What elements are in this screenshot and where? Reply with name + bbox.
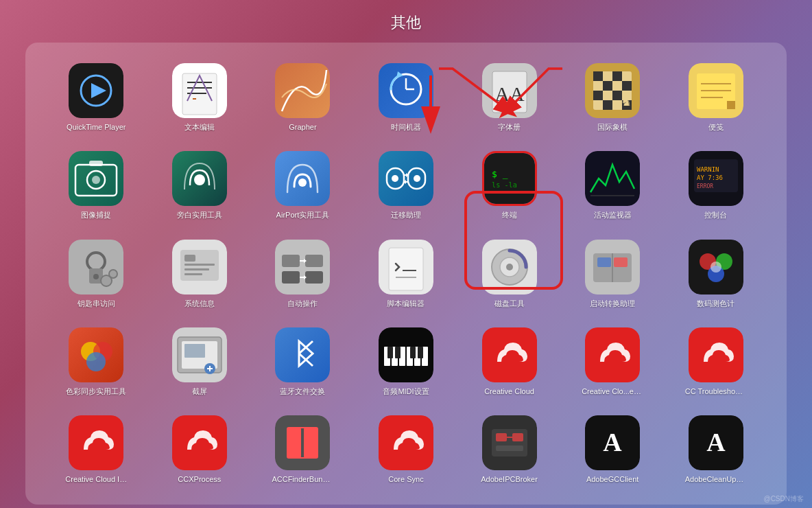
app-item-creativecloud[interactable]: Creative Cloud [459,323,560,400]
app-label-ccxprocess: CCXProcess [178,474,221,484]
app-icon-timemachine [379,63,433,118]
app-label-creativecloud: Creative Cloud [484,386,534,396]
app-label-grapher: Grapher [289,122,316,132]
app-label-imagecapture: 图像捕捉 [81,210,111,220]
svg-rect-109 [184,344,205,358]
app-label-migration: 迁移助理 [391,210,421,220]
svg-rect-71 [184,255,195,262]
app-item-keychain[interactable]: 钥匙串访问 [46,235,147,312]
app-label-bluetooth: 蓝牙文件交换 [280,386,325,396]
app-label-colorsync: 色彩同步实用工具 [66,386,126,396]
app-item-midi[interactable]: 音频MIDI设置 [356,323,457,400]
svg-rect-25 [593,91,603,100]
app-item-fontbook[interactable]: AAa字体册 [459,59,560,136]
app-item-terminal[interactable]: $ _ls -la终端 [459,147,560,224]
app-item-adobegc[interactable]: AAdobeGCClient [562,411,663,488]
svg-point-41 [194,174,205,185]
app-item-bluetooth[interactable]: 蓝牙文件交换 [252,323,353,400]
svg-text:A: A [603,428,622,457]
app-item-systeminfo[interactable]: 系统信息 [150,235,250,312]
app-icon-bluetooth [275,327,330,382]
app-label-digitalcolor: 数码测色计 [697,299,735,308]
svg-text:$ _: $ _ [492,169,508,179]
app-item-activitymonitor[interactable]: 活动监视器 [562,147,663,224]
app-label-fontbook: 字体册 [498,122,521,132]
app-item-diskutil[interactable]: 磁盘工具 [459,235,560,312]
app-icon-screenshot [172,327,227,382]
app-label-adobegc: AdobeGCClient [586,474,638,484]
app-item-coresync[interactable]: Core Sync [356,411,457,488]
app-item-imagecapture[interactable]: 图像捕捉 [46,147,147,224]
app-item-automator[interactable]: 自动操作 [252,235,353,312]
app-icon-quicktime [69,63,123,118]
app-item-timemachine[interactable]: 时间机器 [356,59,457,136]
app-icon-creativeclouddesktop [585,327,640,382]
svg-point-101 [710,262,721,273]
svg-rect-132 [304,428,318,458]
app-item-ccinstaller[interactable]: Creative Cloud Installer [46,411,147,488]
apps-grid: QuickTime Player文本编辑Grapher时间机器AAa字体册♞国际… [46,59,766,488]
svg-rect-130 [275,415,330,470]
app-label-timemachine: 时间机器 [391,122,421,132]
app-icon-ccinstaller [69,415,123,470]
app-label-scripteditor: 脚本编辑器 [387,299,425,308]
app-label-chess: 国际象棋 [597,122,628,132]
app-label-creativeclouddesktop: Creative Clo...esktop App [582,386,643,396]
app-icon-adobebroker [482,415,537,470]
app-icon-systeminfo [172,240,227,295]
svg-rect-75 [275,240,330,295]
svg-rect-27 [603,100,612,110]
svg-point-43 [298,178,307,187]
app-item-quicktime[interactable]: QuickTime Player [46,59,147,136]
svg-point-48 [414,175,420,182]
app-icon-creativecloud [482,327,537,382]
app-icon-airport [275,151,330,206]
svg-rect-95 [614,257,628,267]
svg-text:ERROR: ERROR [697,183,713,189]
app-label-console: 控制台 [704,210,727,220]
app-item-adobeclean[interactable]: AAdobeCleanUpUtility [665,411,766,488]
app-item-ccxprocess[interactable]: CCXProcess [150,411,250,488]
launchpad-container: QuickTime Player文本编辑Grapher时间机器AAa字体册♞国际… [25,43,787,505]
app-item-console[interactable]: WARNINAY 7:36ERROR控制台 [665,147,766,224]
app-icon-fontbook: AAa [482,63,537,118]
app-item-bootcamp[interactable]: 启动转换助理 [562,235,663,312]
app-icon-bonjour [172,151,227,206]
app-icon-keychain [69,240,123,295]
app-icon-automator [275,240,330,295]
svg-rect-138 [512,433,523,441]
app-label-screenshot: 截屏 [192,386,207,396]
svg-rect-21 [593,71,603,81]
app-item-digitalcolor[interactable]: 数码测色计 [665,235,766,312]
svg-text:AY 7:36: AY 7:36 [697,174,723,181]
svg-point-66 [93,274,99,279]
app-item-textedit[interactable]: 文本编辑 [150,59,250,136]
app-item-creativeclouddesktop[interactable]: Creative Clo...esktop App [562,323,663,400]
app-icon-colorsync [69,327,123,382]
app-item-bonjour[interactable]: 旁白实用工具 [150,147,250,224]
app-item-cctroubleshooter[interactable]: CC Troubleshooter [665,323,766,400]
app-label-terminal: 终端 [502,210,517,220]
app-icon-stickies [689,63,743,118]
app-item-colorsync[interactable]: 色彩同步实用工具 [46,323,147,400]
app-item-migration[interactable]: 迁移助理 [356,147,457,224]
app-item-accfinder[interactable]: ACCFinderBundleLoader [252,411,353,488]
app-item-grapher[interactable]: Grapher [252,59,353,136]
app-icon-accfinder [275,415,330,470]
svg-text:♞: ♞ [621,95,632,108]
app-item-adobebroker[interactable]: AdobeIPCBroker [459,411,560,488]
svg-rect-72 [184,264,215,266]
svg-rect-63 [69,240,123,295]
svg-text:A: A [706,428,726,457]
app-item-airport[interactable]: AirPort实用工具 [252,147,353,224]
app-label-adobebroker: AdobeIPCBroker [481,474,538,484]
app-label-quicktime: QuickTime Player [67,122,126,132]
app-item-scripteditor[interactable]: 脚本编辑器 [356,235,457,312]
app-label-diskutil: 磁盘工具 [494,299,525,308]
app-item-chess[interactable]: ♞国际象棋 [562,59,663,136]
svg-rect-10 [379,63,433,118]
app-item-screenshot[interactable]: 截屏 [150,323,250,400]
app-item-stickies[interactable]: 便笺 [665,59,766,136]
svg-point-91 [506,264,513,270]
svg-rect-79 [305,271,323,284]
